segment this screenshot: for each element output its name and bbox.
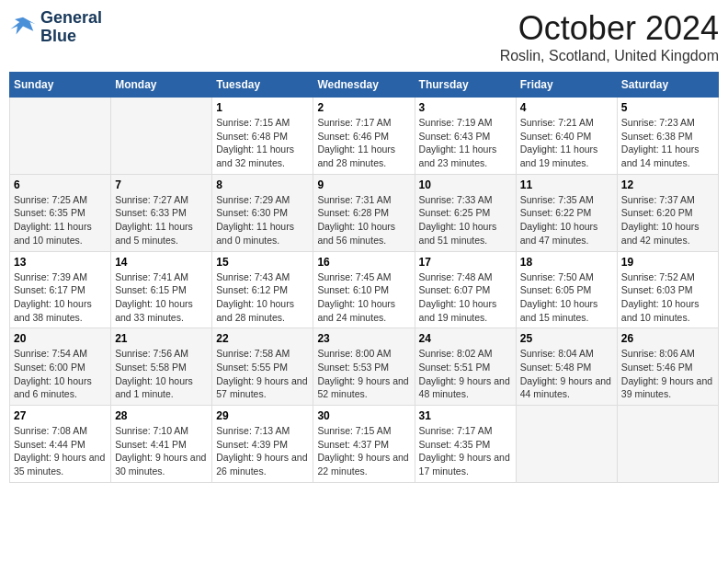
calendar-cell: 27Sunrise: 7:08 AM Sunset: 4:44 PM Dayli… — [10, 406, 111, 483]
calendar-cell: 15Sunrise: 7:43 AM Sunset: 6:12 PM Dayli… — [212, 251, 313, 328]
day-number: 24 — [419, 332, 512, 345]
logo: General Blue — [9, 9, 102, 46]
day-info: Sunrise: 7:08 AM Sunset: 4:44 PM Dayligh… — [14, 424, 107, 478]
day-info: Sunrise: 7:23 AM Sunset: 6:38 PM Dayligh… — [621, 116, 714, 170]
logo-icon — [9, 14, 37, 41]
day-number: 11 — [520, 178, 613, 191]
day-number: 15 — [216, 256, 309, 269]
title-area: October 2024 Roslin, Scotland, United Ki… — [500, 9, 719, 64]
day-info: Sunrise: 7:15 AM Sunset: 4:37 PM Dayligh… — [317, 424, 410, 478]
day-info: Sunrise: 7:45 AM Sunset: 6:10 PM Dayligh… — [317, 270, 410, 325]
calendar-cell: 19Sunrise: 7:52 AM Sunset: 6:03 PM Dayli… — [617, 251, 718, 328]
day-number: 20 — [14, 332, 107, 345]
day-info: Sunrise: 7:39 AM Sunset: 6:17 PM Dayligh… — [14, 270, 107, 325]
calendar-cell: 20Sunrise: 7:54 AM Sunset: 6:00 PM Dayli… — [10, 328, 111, 406]
day-number: 29 — [216, 409, 309, 422]
calendar-cell: 7Sunrise: 7:27 AM Sunset: 6:33 PM Daylig… — [111, 174, 212, 251]
day-number: 6 — [14, 178, 107, 191]
day-number: 13 — [14, 256, 107, 269]
calendar-cell — [617, 406, 718, 483]
calendar-cell: 14Sunrise: 7:41 AM Sunset: 6:15 PM Dayli… — [111, 251, 212, 328]
weekday-header: Sunday — [10, 73, 111, 98]
day-info: Sunrise: 7:33 AM Sunset: 6:25 PM Dayligh… — [419, 193, 512, 247]
calendar-cell: 31Sunrise: 7:17 AM Sunset: 4:35 PM Dayli… — [415, 406, 516, 483]
day-info: Sunrise: 7:54 AM Sunset: 6:00 PM Dayligh… — [14, 347, 107, 401]
day-number: 9 — [317, 178, 410, 191]
calendar-cell: 2Sunrise: 7:17 AM Sunset: 6:46 PM Daylig… — [313, 98, 415, 175]
day-number: 12 — [621, 178, 714, 191]
calendar-cell: 30Sunrise: 7:15 AM Sunset: 4:37 PM Dayli… — [313, 406, 415, 483]
day-number: 31 — [419, 409, 512, 422]
day-number: 19 — [621, 256, 714, 269]
day-info: Sunrise: 7:29 AM Sunset: 6:30 PM Dayligh… — [216, 193, 309, 247]
day-number: 23 — [317, 332, 410, 345]
day-number: 17 — [419, 256, 512, 269]
day-info: Sunrise: 7:15 AM Sunset: 6:48 PM Dayligh… — [216, 116, 309, 170]
calendar-cell: 8Sunrise: 7:29 AM Sunset: 6:30 PM Daylig… — [212, 174, 313, 251]
day-number: 21 — [115, 332, 208, 345]
calendar-cell: 26Sunrise: 8:06 AM Sunset: 5:46 PM Dayli… — [617, 328, 718, 406]
calendar-cell: 18Sunrise: 7:50 AM Sunset: 6:05 PM Dayli… — [516, 251, 617, 328]
svg-marker-0 — [11, 17, 36, 35]
calendar-cell — [516, 406, 617, 483]
day-info: Sunrise: 8:00 AM Sunset: 5:53 PM Dayligh… — [317, 347, 410, 401]
calendar-cell: 10Sunrise: 7:33 AM Sunset: 6:25 PM Dayli… — [415, 174, 516, 251]
day-number: 4 — [520, 101, 613, 114]
calendar-cell: 29Sunrise: 7:13 AM Sunset: 4:39 PM Dayli… — [212, 406, 313, 483]
day-number: 25 — [520, 332, 613, 345]
day-info: Sunrise: 8:02 AM Sunset: 5:51 PM Dayligh… — [419, 347, 512, 401]
day-info: Sunrise: 7:58 AM Sunset: 5:55 PM Dayligh… — [216, 347, 309, 401]
calendar-header: SundayMondayTuesdayWednesdayThursdayFrid… — [10, 73, 719, 98]
weekday-header: Friday — [516, 73, 617, 98]
calendar-cell: 22Sunrise: 7:58 AM Sunset: 5:55 PM Dayli… — [212, 328, 313, 406]
calendar-cell: 16Sunrise: 7:45 AM Sunset: 6:10 PM Dayli… — [313, 251, 415, 328]
calendar-week-row: 1Sunrise: 7:15 AM Sunset: 6:48 PM Daylig… — [10, 98, 719, 175]
weekday-header: Wednesday — [313, 73, 415, 98]
day-number: 1 — [216, 101, 309, 114]
day-info: Sunrise: 7:35 AM Sunset: 6:22 PM Dayligh… — [520, 193, 613, 247]
calendar-week-row: 6Sunrise: 7:25 AM Sunset: 6:35 PM Daylig… — [10, 174, 719, 251]
day-number: 3 — [419, 101, 512, 114]
weekday-header: Thursday — [415, 73, 516, 98]
day-number: 30 — [317, 409, 410, 422]
calendar-cell: 21Sunrise: 7:56 AM Sunset: 5:58 PM Dayli… — [111, 328, 212, 406]
calendar-cell: 4Sunrise: 7:21 AM Sunset: 6:40 PM Daylig… — [516, 98, 617, 175]
calendar-cell — [10, 98, 111, 175]
day-info: Sunrise: 7:27 AM Sunset: 6:33 PM Dayligh… — [115, 193, 208, 247]
day-number: 5 — [621, 101, 714, 114]
day-info: Sunrise: 7:19 AM Sunset: 6:43 PM Dayligh… — [419, 116, 512, 170]
calendar-week-row: 20Sunrise: 7:54 AM Sunset: 6:00 PM Dayli… — [10, 328, 719, 406]
calendar-cell: 3Sunrise: 7:19 AM Sunset: 6:43 PM Daylig… — [415, 98, 516, 175]
day-info: Sunrise: 7:43 AM Sunset: 6:12 PM Dayligh… — [216, 270, 309, 325]
month-title: October 2024 — [500, 9, 719, 48]
day-info: Sunrise: 7:41 AM Sunset: 6:15 PM Dayligh… — [115, 270, 208, 325]
day-info: Sunrise: 7:10 AM Sunset: 4:41 PM Dayligh… — [115, 424, 208, 478]
day-info: Sunrise: 7:56 AM Sunset: 5:58 PM Dayligh… — [115, 347, 208, 401]
day-number: 26 — [621, 332, 714, 345]
calendar-week-row: 13Sunrise: 7:39 AM Sunset: 6:17 PM Dayli… — [10, 251, 719, 328]
day-info: Sunrise: 7:17 AM Sunset: 4:35 PM Dayligh… — [419, 424, 512, 478]
calendar-cell — [111, 98, 212, 175]
day-number: 10 — [419, 178, 512, 191]
day-number: 7 — [115, 178, 208, 191]
day-info: Sunrise: 7:17 AM Sunset: 6:46 PM Dayligh… — [317, 116, 410, 170]
day-info: Sunrise: 7:52 AM Sunset: 6:03 PM Dayligh… — [621, 270, 714, 325]
calendar-cell: 23Sunrise: 8:00 AM Sunset: 5:53 PM Dayli… — [313, 328, 415, 406]
day-info: Sunrise: 7:48 AM Sunset: 6:07 PM Dayligh… — [419, 270, 512, 325]
day-info: Sunrise: 7:50 AM Sunset: 6:05 PM Dayligh… — [520, 270, 613, 325]
day-info: Sunrise: 7:25 AM Sunset: 6:35 PM Dayligh… — [14, 193, 107, 247]
calendar-cell: 24Sunrise: 8:02 AM Sunset: 5:51 PM Dayli… — [415, 328, 516, 406]
day-info: Sunrise: 7:31 AM Sunset: 6:28 PM Dayligh… — [317, 193, 410, 247]
calendar-cell: 13Sunrise: 7:39 AM Sunset: 6:17 PM Dayli… — [10, 251, 111, 328]
day-number: 27 — [14, 409, 107, 422]
day-info: Sunrise: 7:13 AM Sunset: 4:39 PM Dayligh… — [216, 424, 309, 478]
weekday-row: SundayMondayTuesdayWednesdayThursdayFrid… — [10, 73, 719, 98]
calendar-cell: 28Sunrise: 7:10 AM Sunset: 4:41 PM Dayli… — [111, 406, 212, 483]
calendar-table: SundayMondayTuesdayWednesdayThursdayFrid… — [9, 72, 719, 483]
day-number: 2 — [317, 101, 410, 114]
page-header: General Blue October 2024 Roslin, Scotla… — [9, 9, 719, 64]
day-number: 14 — [115, 256, 208, 269]
logo-text: General Blue — [40, 9, 102, 46]
calendar-cell: 17Sunrise: 7:48 AM Sunset: 6:07 PM Dayli… — [415, 251, 516, 328]
day-info: Sunrise: 7:37 AM Sunset: 6:20 PM Dayligh… — [621, 193, 714, 247]
